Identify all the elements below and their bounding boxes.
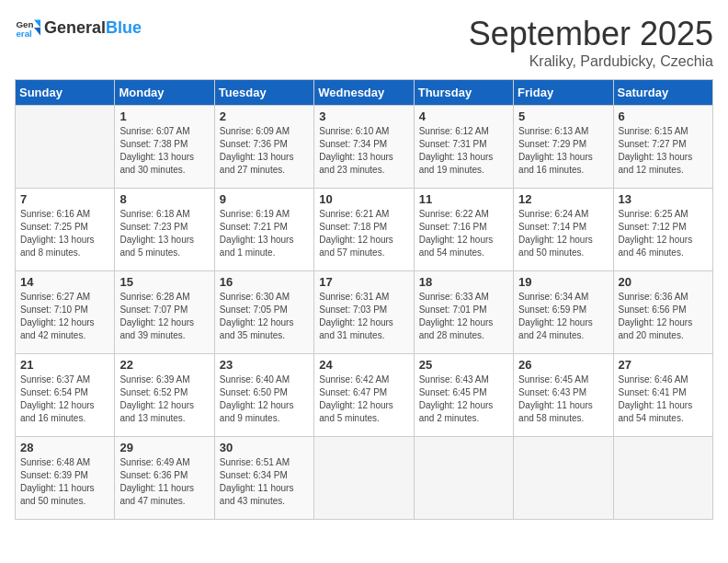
day-info: Sunrise: 6:30 AMSunset: 7:05 PMDaylight:… [220,291,309,342]
day-number: 1 [119,109,209,123]
day-number: 24 [319,358,408,372]
calendar-cell: 20Sunrise: 6:36 AMSunset: 6:56 PMDayligh… [613,271,712,354]
day-info: Sunrise: 6:21 AMSunset: 7:18 PMDaylight:… [319,208,408,259]
calendar-week-2: 7Sunrise: 6:16 AMSunset: 7:25 PMDaylight… [16,189,713,271]
day-number: 21 [20,358,109,372]
logo-icon: Gen eral [15,15,40,40]
logo-general-text: General [44,18,106,37]
calendar-week-4: 21Sunrise: 6:37 AMSunset: 6:54 PMDayligh… [16,354,713,437]
day-number: 25 [419,358,508,372]
day-number: 8 [119,192,209,206]
calendar-cell: 18Sunrise: 6:33 AMSunset: 7:01 PMDayligh… [414,271,513,354]
day-number: 19 [518,275,608,289]
calendar-cell: 17Sunrise: 6:31 AMSunset: 7:03 PMDayligh… [314,271,414,354]
calendar-week-3: 14Sunrise: 6:27 AMSunset: 7:10 PMDayligh… [16,271,713,354]
day-info: Sunrise: 6:48 AMSunset: 6:39 PMDaylight:… [20,456,109,508]
day-info: Sunrise: 6:45 AMSunset: 6:43 PMDaylight:… [518,373,608,425]
svg-marker-2 [34,20,40,28]
calendar-cell [314,437,414,520]
calendar-week-5: 28Sunrise: 6:48 AMSunset: 6:39 PMDayligh… [16,437,713,520]
day-info: Sunrise: 6:22 AMSunset: 7:16 PMDaylight:… [419,208,508,259]
day-number: 7 [20,192,109,206]
logo-wordmark: GeneralBlue [44,19,142,37]
day-info: Sunrise: 6:25 AMSunset: 7:12 PMDaylight:… [619,208,708,259]
day-of-week-sunday: Sunday [16,80,115,106]
calendar-cell: 14Sunrise: 6:27 AMSunset: 7:10 PMDayligh… [16,271,115,354]
day-number: 27 [619,358,708,372]
calendar-cell [16,106,115,189]
calendar-cell [414,437,513,520]
day-info: Sunrise: 6:27 AMSunset: 7:10 PMDaylight:… [20,291,109,342]
day-info: Sunrise: 6:09 AMSunset: 7:36 PMDaylight:… [220,125,309,177]
day-info: Sunrise: 6:49 AMSunset: 6:36 PMDaylight:… [119,456,209,508]
day-of-week-thursday: Thursday [414,80,513,106]
day-number: 14 [20,275,109,289]
day-number: 26 [518,358,608,372]
calendar-cell: 3Sunrise: 6:10 AMSunset: 7:34 PMDaylight… [314,106,414,189]
day-number: 9 [220,192,309,206]
day-number: 4 [419,109,508,123]
day-info: Sunrise: 6:33 AMSunset: 7:01 PMDaylight:… [419,291,508,342]
days-of-week-row: SundayMondayTuesdayWednesdayThursdayFrid… [16,80,713,106]
calendar-cell [613,437,712,520]
day-info: Sunrise: 6:51 AMSunset: 6:34 PMDaylight:… [220,456,309,508]
day-number: 17 [319,275,408,289]
day-of-week-friday: Friday [514,80,613,106]
day-info: Sunrise: 6:12 AMSunset: 7:31 PMDaylight:… [419,125,508,177]
calendar-cell: 27Sunrise: 6:46 AMSunset: 6:41 PMDayligh… [613,354,712,437]
calendar-week-1: 1Sunrise: 6:07 AMSunset: 7:38 PMDaylight… [16,106,713,189]
calendar-cell: 28Sunrise: 6:48 AMSunset: 6:39 PMDayligh… [16,437,115,520]
day-number: 11 [419,192,508,206]
day-number: 3 [319,109,408,123]
day-info: Sunrise: 6:13 AMSunset: 7:29 PMDaylight:… [518,125,608,177]
day-of-week-tuesday: Tuesday [214,80,313,106]
day-number: 22 [119,358,209,372]
day-number: 15 [119,275,209,289]
day-number: 16 [220,275,309,289]
day-info: Sunrise: 6:18 AMSunset: 7:23 PMDaylight:… [119,208,209,259]
day-of-week-wednesday: Wednesday [314,80,414,106]
logo-blue-text: Blue [106,18,142,37]
calendar-cell: 30Sunrise: 6:51 AMSunset: 6:34 PMDayligh… [214,437,313,520]
day-of-week-saturday: Saturday [613,80,712,106]
calendar-cell: 12Sunrise: 6:24 AMSunset: 7:14 PMDayligh… [514,189,613,271]
day-number: 2 [220,109,309,123]
calendar-cell [514,437,613,520]
day-info: Sunrise: 6:37 AMSunset: 6:54 PMDaylight:… [20,373,109,425]
day-number: 6 [619,109,708,123]
day-number: 12 [518,192,608,206]
day-info: Sunrise: 6:42 AMSunset: 6:47 PMDaylight:… [319,373,408,425]
calendar-cell: 7Sunrise: 6:16 AMSunset: 7:25 PMDaylight… [16,189,115,271]
day-info: Sunrise: 6:07 AMSunset: 7:38 PMDaylight:… [119,125,209,177]
calendar-header: SundayMondayTuesdayWednesdayThursdayFrid… [16,80,713,106]
location-subtitle: Kraliky, Pardubicky, Czechia [469,53,713,70]
day-number: 5 [518,109,608,123]
day-info: Sunrise: 6:28 AMSunset: 7:07 PMDaylight:… [119,291,209,342]
day-of-week-monday: Monday [115,80,214,106]
logo: Gen eral GeneralBlue [15,15,142,40]
calendar-cell: 26Sunrise: 6:45 AMSunset: 6:43 PMDayligh… [514,354,613,437]
calendar-cell: 10Sunrise: 6:21 AMSunset: 7:18 PMDayligh… [314,189,414,271]
day-number: 23 [220,358,309,372]
day-info: Sunrise: 6:39 AMSunset: 6:52 PMDaylight:… [119,373,209,425]
calendar-cell: 22Sunrise: 6:39 AMSunset: 6:52 PMDayligh… [115,354,214,437]
day-number: 30 [220,441,309,454]
day-info: Sunrise: 6:19 AMSunset: 7:21 PMDaylight:… [220,208,309,259]
calendar-cell: 4Sunrise: 6:12 AMSunset: 7:31 PMDaylight… [414,106,513,189]
calendar-cell: 9Sunrise: 6:19 AMSunset: 7:21 PMDaylight… [214,189,313,271]
calendar-cell: 2Sunrise: 6:09 AMSunset: 7:36 PMDaylight… [214,106,313,189]
calendar-cell: 21Sunrise: 6:37 AMSunset: 6:54 PMDayligh… [16,354,115,437]
day-number: 13 [619,192,708,206]
calendar-cell: 15Sunrise: 6:28 AMSunset: 7:07 PMDayligh… [115,271,214,354]
day-number: 10 [319,192,408,206]
calendar-cell: 19Sunrise: 6:34 AMSunset: 6:59 PMDayligh… [514,271,613,354]
day-info: Sunrise: 6:15 AMSunset: 7:27 PMDaylight:… [619,125,708,177]
calendar-cell: 1Sunrise: 6:07 AMSunset: 7:38 PMDaylight… [115,106,214,189]
calendar-cell: 24Sunrise: 6:42 AMSunset: 6:47 PMDayligh… [314,354,414,437]
svg-marker-3 [34,28,40,35]
day-info: Sunrise: 6:36 AMSunset: 6:56 PMDaylight:… [619,291,708,342]
month-title: September 2025 [469,15,713,53]
day-info: Sunrise: 6:43 AMSunset: 6:45 PMDaylight:… [419,373,508,425]
calendar-cell: 16Sunrise: 6:30 AMSunset: 7:05 PMDayligh… [214,271,313,354]
calendar-cell: 29Sunrise: 6:49 AMSunset: 6:36 PMDayligh… [115,437,214,520]
